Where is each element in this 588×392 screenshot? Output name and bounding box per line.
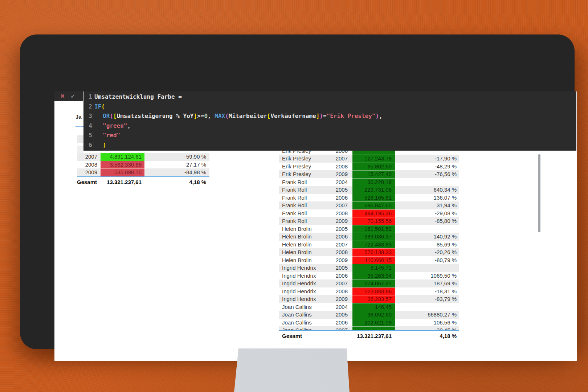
salesperson-cell: Frank Roll <box>279 178 326 186</box>
salesperson-cell: Joan Callins <box>279 326 326 330</box>
value-cell: 223.883,86 <box>352 287 395 295</box>
table-row[interactable]: Frank Roll2005223.731,08640,34 % <box>279 186 459 194</box>
table-bottom-border <box>77 176 209 177</box>
cancel-icon[interactable]: ✕ <box>60 93 65 99</box>
total-row: Gesamt 13.321.237,61 4,18 % <box>77 178 209 187</box>
table-row[interactable]: Joan Callins200598.092,6066880,27 % <box>279 311 459 319</box>
table-row[interactable]: Helen Brolin2009110.660,15-80,79 % <box>279 256 459 264</box>
table-row[interactable]: Joan Callins200730,45 % <box>279 326 459 330</box>
commit-icon[interactable]: ✓ <box>71 93 75 99</box>
line-number: 6 <box>83 140 92 150</box>
value-cell <box>352 151 395 155</box>
salesperson-cell: Helen Brolin <box>279 233 326 241</box>
salesperson-cell: Joan Callins <box>279 311 326 319</box>
salesperson-cell: Ingrid Hendrix <box>279 295 326 303</box>
line-number: 2 <box>83 102 92 112</box>
value-cell: 389.086,37 <box>352 233 395 241</box>
year-cell: 2005 <box>326 186 348 194</box>
table-row[interactable]: Erik Presley2006 <box>279 151 459 155</box>
table-row[interactable]: Helen Brolin2005161.501,52 <box>279 225 459 233</box>
total-value: 13.321.237,61 <box>101 178 144 187</box>
table-row[interactable]: Frank Roll200430.220,16 <box>279 178 459 186</box>
year-cell: 2005 <box>326 311 348 319</box>
salesperson-cell: Frank Roll <box>279 186 326 194</box>
table-row[interactable]: Ingrid Hendrix200936.283,57-83,79 % <box>279 295 459 303</box>
table-row[interactable]: Ingrid Hendrix20058.145,71 <box>279 264 459 272</box>
table-row[interactable]: Helen Brolin2008576.138,33-20,26 % <box>279 248 459 256</box>
gutter-separator <box>94 102 94 149</box>
table-row[interactable]: 20083.562.330,66-27,17 % <box>77 161 209 169</box>
year-cell: 2006 <box>326 272 348 280</box>
table-row[interactable]: Frank Roll2006528.165,81136,07 % <box>279 194 459 202</box>
code-token: ) <box>319 113 323 119</box>
salesperson-cell: Erik Presley <box>279 170 326 178</box>
pct-cell: -17,90 % <box>395 155 459 163</box>
formula-line: 3OR([Umsatzsteigerung % YoY]>=0, MAX(Mit… <box>83 111 576 121</box>
pct-cell: -84,98 % <box>144 168 209 176</box>
line-number: 5 <box>83 131 92 140</box>
year-table: 20074.891.124,6159,90 %20083.562.330,66-… <box>77 153 209 187</box>
salesperson-cell: Frank Roll <box>279 209 326 217</box>
salesperson-cell: Frank Roll <box>279 217 326 225</box>
code-text: "green", <box>92 121 131 131</box>
code-token: Verkäufername <box>270 113 316 119</box>
table-row[interactable]: Ingrid Hendrix2008223.883,86-18,31 % <box>279 287 459 295</box>
table-row[interactable]: Ingrid Hendrix200695.263,941069,50 % <box>279 272 459 280</box>
year-cell: 2007 <box>326 241 348 249</box>
table-row[interactable]: Frank Roll200970.155,56-85,80 % <box>279 217 459 225</box>
table-row[interactable]: Frank Roll2008494.195,36-29,08 % <box>279 209 459 217</box>
year-cell: 2007 <box>326 201 348 209</box>
pct-cell: -76,56 % <box>395 170 459 178</box>
pct-cell: 106,56 % <box>395 319 459 327</box>
value-cell: 127.243,78 <box>352 155 395 163</box>
table-row[interactable]: Helen Brolin2007722.483,8385,69 % <box>279 241 459 249</box>
year-cell: 2006 <box>326 194 348 202</box>
value-cell: 528.165,81 <box>352 194 395 202</box>
pct-cell: -85,80 % <box>395 217 459 225</box>
formula-line: 1Umsatzentwicklung Farbe = <box>83 92 576 102</box>
year-cell: 2005 <box>326 264 348 272</box>
value-cell: 202.621,09 <box>352 319 395 327</box>
value-cell: 65.802,60 <box>352 163 395 171</box>
code-token: >= <box>197 113 204 119</box>
year-cell: 2009 <box>326 217 348 225</box>
year-cell: 2004 <box>326 303 348 311</box>
table-row[interactable]: 20074.891.124,6159,90 % <box>77 153 209 161</box>
table-row[interactable]: Erik Presley200915.427,40-76,56 % <box>279 170 459 178</box>
table-row[interactable]: Joan Callins2004146,45 <box>279 303 459 311</box>
total-pct: 4,18 % <box>144 178 209 187</box>
value-cell: 3.562.330,66 <box>101 161 144 169</box>
code-token: "green" <box>103 122 127 129</box>
table-row[interactable]: Ingrid Hendrix2007274.067,27187,69 % <box>279 279 459 287</box>
pct-cell: 187,69 % <box>395 279 459 287</box>
vertical-scrollbar-thumb[interactable] <box>538 154 540 232</box>
code-text: OR([Umsatzsteigerung % YoY]>=0, MAX(Mita… <box>92 111 383 121</box>
table-row[interactable]: Erik Presley200865.802,60-48,29 % <box>279 163 459 171</box>
dax-formula-editor[interactable]: 1Umsatzentwicklung Farbe =2IF(3OR([Umsat… <box>83 91 576 151</box>
code-token: "red" <box>103 132 120 139</box>
pct-cell: 85,69 % <box>395 241 459 249</box>
code-text: ) <box>92 140 106 150</box>
table-row[interactable]: Erik Presley2007127.243,78-17,90 % <box>279 155 459 163</box>
table-bottom-border <box>279 330 459 331</box>
year-cell: 2007 <box>326 155 348 163</box>
table-row[interactable]: Frank Roll2007696.847,6531,94 % <box>279 201 459 209</box>
value-cell: 110.660,15 <box>352 256 395 264</box>
salesperson-cell: Erik Presley <box>279 163 326 171</box>
table-row[interactable]: 2009535.098,15-84,98 % <box>77 168 209 176</box>
value-cell <box>352 326 395 330</box>
code-token: ( <box>101 103 105 110</box>
table-row[interactable]: Joan Callins2006202.621,09106,56 % <box>279 319 459 327</box>
value-cell: 161.501,52 <box>352 225 395 233</box>
value-cell: 4.891.124,61 <box>101 153 144 161</box>
code-token: , <box>127 122 131 129</box>
salesperson-cell: Frank Roll <box>279 194 326 202</box>
code-token: ] <box>193 113 197 119</box>
column-header-fragment: Ja <box>75 114 83 121</box>
code-token: 0 <box>204 113 208 119</box>
value-cell: 36.283,57 <box>352 295 395 303</box>
salesperson-cell: Helen Brolin <box>279 241 326 249</box>
table-row[interactable]: Helen Brolin2006389.086,37140,92 % <box>279 233 459 241</box>
formula-line: 2IF( <box>83 102 576 112</box>
pct-cell: -27,17 % <box>144 161 209 169</box>
